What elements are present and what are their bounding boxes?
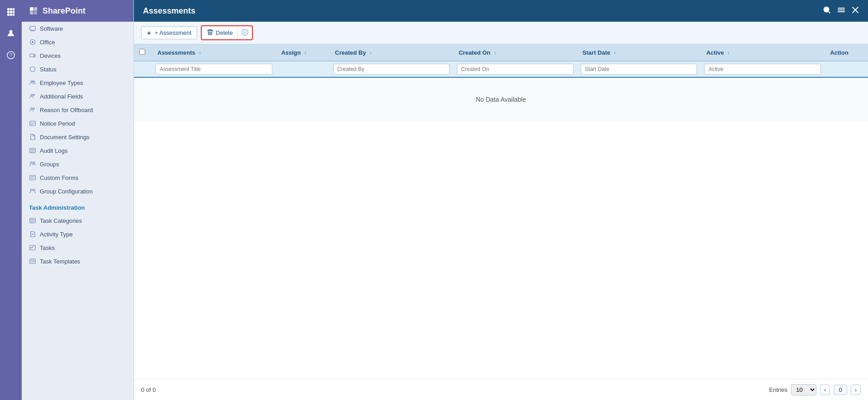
filter-active-input[interactable] [704, 64, 821, 75]
filter-action-cell [825, 61, 868, 77]
no-data-row: No Data Available [134, 77, 868, 121]
sidebar-item-office[interactable]: Office [22, 35, 133, 49]
sidebar-item-additional-fields[interactable]: Additional Fields [22, 89, 133, 103]
filter-assign-cell [276, 61, 330, 77]
svg-point-18 [32, 41, 33, 43]
svg-rect-4 [10, 11, 12, 13]
table-body: No Data Available [134, 77, 868, 121]
sidebar-item-office-label: Office [40, 39, 55, 46]
devices-icon [29, 52, 36, 59]
sidebar-section-task-admin: Task Administration [22, 198, 133, 214]
sidebar-item-task-templates-label: Task Templates [40, 258, 80, 265]
svg-rect-6 [7, 14, 9, 16]
employee-types-icon [29, 79, 36, 86]
filter-row [134, 61, 868, 77]
table-header-row: Assessments ↑ Assign ↑ Created By ↑ Crea… [134, 44, 868, 61]
close-icon[interactable] [852, 6, 859, 15]
groups-icon [29, 160, 36, 168]
count-label: 0 of 0 [141, 386, 156, 393]
col-assessments-label: Assessments [157, 49, 195, 56]
svg-rect-14 [30, 11, 33, 14]
add-assessment-label: + Assessment [155, 29, 191, 36]
sidebar-item-task-categories[interactable]: Task Categories [22, 214, 133, 227]
filter-assessments-cell [152, 61, 276, 77]
add-assessment-button[interactable]: + + Assessment [141, 26, 197, 39]
col-assign-label: Assign [281, 49, 301, 56]
sidebar-item-software[interactable]: Software [22, 22, 133, 35]
sidebar-item-groups[interactable]: Groups [22, 157, 133, 171]
sidebar-item-audit-logs[interactable]: Audit Logs [22, 144, 133, 157]
sidebar-item-group-configuration-label: Group Configuration [40, 188, 93, 195]
sidebar-item-reason-offboard[interactable]: Reason for Offboard [22, 103, 133, 117]
filter-start-date-input[interactable] [581, 64, 697, 75]
page-title: Assessments [143, 6, 195, 16]
col-created-by[interactable]: Created By ↑ [330, 44, 454, 61]
filter-created-by-input[interactable] [333, 64, 450, 75]
tasks-icon [29, 244, 36, 251]
filter-created-on-cell [453, 61, 577, 77]
svg-rect-37 [30, 259, 35, 264]
document-settings-icon [29, 133, 36, 141]
svg-rect-19 [30, 54, 34, 57]
assessments-table: Assessments ↑ Assign ↑ Created By ↑ Crea… [134, 44, 868, 121]
col-assign[interactable]: Assign ↑ [276, 44, 330, 61]
sidebar-item-activity-type[interactable]: Activity Type [22, 227, 133, 241]
help-icon[interactable]: ? [4, 48, 18, 62]
sidebar-item-document-settings-label: Document Settings [40, 134, 90, 141]
sidebar-item-notice-period[interactable]: Notice Period [22, 117, 133, 130]
delete-button[interactable]: Delete [202, 26, 238, 39]
entries-select[interactable]: 10 25 50 100 [791, 384, 816, 395]
filter-checkbox-cell [134, 61, 152, 77]
sidebar-item-task-templates[interactable]: Task Templates [22, 254, 133, 268]
svg-rect-20 [34, 55, 35, 57]
sidebar-item-employee-types[interactable]: Employee Types [22, 76, 133, 89]
sidebar-item-status[interactable]: Status [22, 62, 133, 76]
person-icon[interactable] [4, 26, 18, 41]
svg-point-25 [33, 94, 35, 96]
search-icon[interactable] [823, 6, 831, 16]
prev-page-button[interactable]: ‹ [820, 385, 830, 395]
next-page-button[interactable]: › [851, 385, 861, 395]
sidebar-item-devices[interactable]: Devices [22, 49, 133, 62]
pagination: Entries 10 25 50 100 ‹ 0 › [769, 384, 861, 395]
svg-rect-12 [30, 7, 33, 11]
info-icon: ⓘ [242, 28, 248, 37]
svg-rect-16 [30, 26, 35, 30]
col-active[interactable]: Active ↑ [701, 44, 825, 61]
sidebar-item-custom-forms[interactable]: Custom Forms [22, 171, 133, 184]
sidebar-item-document-settings[interactable]: Document Settings [22, 130, 133, 144]
sort-created-by-icon: ↑ [370, 51, 372, 56]
task-categories-icon [29, 217, 36, 224]
filter-start-date-cell [577, 61, 701, 77]
col-created-on-label: Created On [459, 49, 490, 56]
checkbox-header[interactable] [134, 44, 152, 61]
svg-rect-5 [13, 11, 14, 13]
apps-icon[interactable] [4, 5, 18, 19]
sharepoint-logo-icon [29, 6, 38, 15]
col-active-label: Active [706, 49, 724, 56]
svg-rect-32 [30, 175, 35, 180]
sidebar-item-reason-offboard-label: Reason for Offboard [40, 107, 93, 113]
icon-rail: ? [0, 0, 22, 400]
svg-text:?: ? [9, 53, 12, 58]
col-assessments[interactable]: Assessments ↑ [152, 44, 276, 61]
audit-logs-icon [29, 147, 36, 154]
info-button[interactable]: ⓘ [237, 26, 252, 39]
sidebar-item-tasks-label: Tasks [40, 245, 55, 251]
filter-created-on-input[interactable] [457, 64, 574, 75]
svg-point-26 [31, 108, 33, 109]
table-footer: 0 of 0 Entries 10 25 50 100 ‹ 0 › [134, 379, 868, 400]
filter-assessment-title-input[interactable] [156, 64, 272, 75]
select-all-checkbox[interactable] [139, 49, 145, 55]
col-start-date[interactable]: Start Date ↑ [577, 44, 701, 61]
svg-point-31 [33, 162, 35, 164]
sidebar-item-additional-fields-label: Additional Fields [40, 93, 83, 100]
sidebar-item-group-configuration[interactable]: Group Configuration [22, 184, 133, 198]
sidebar-item-devices-label: Devices [40, 52, 61, 59]
svg-point-22 [31, 80, 33, 82]
sidebar-item-tasks[interactable]: Tasks [22, 241, 133, 254]
svg-rect-8 [13, 14, 14, 16]
col-created-on[interactable]: Created On ↑ [453, 44, 577, 61]
trash-icon [207, 29, 213, 37]
menu-icon[interactable] [837, 6, 845, 16]
